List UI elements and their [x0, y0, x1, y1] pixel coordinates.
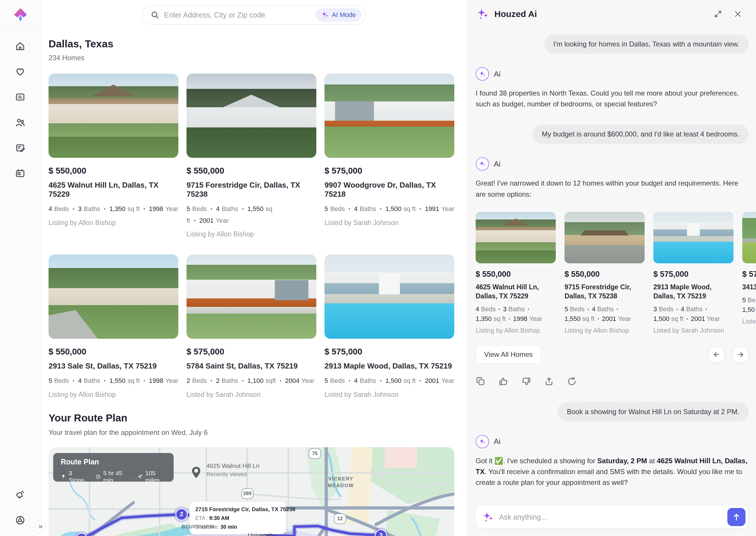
property-stats: 5Beds•4Baths•1,550sq ft•1998Year: [49, 375, 178, 387]
property-card[interactable]: $ 550,000 4625 Walnut Hill Ln, Dallas, T…: [49, 74, 178, 227]
ai-mode-button[interactable]: AI Mode: [315, 8, 361, 22]
sidebar-item-notes[interactable]: [11, 140, 29, 155]
property-address: 2913 Maple Wood, Dallas, TX 75219: [325, 361, 454, 371]
carousel-next-button[interactable]: [732, 346, 749, 363]
sidebar-item-announcements[interactable]: [11, 487, 29, 502]
property-address: 5784 Saint St, Dallas, TX 75219: [187, 361, 316, 371]
user-message: My budget is around $600,000, and I'd li…: [533, 124, 749, 144]
user-message: Book a showing for Walnut Hill Ln on Sat…: [558, 402, 749, 421]
sidebar-collapse-button[interactable]: [34, 521, 46, 532]
ai-name: Ai: [494, 70, 500, 79]
start-marker-label: 4625 Walnut Hill Ln: [206, 462, 259, 469]
property-photo[interactable]: [49, 74, 178, 158]
property-stats: 5Beds•4Baths•1,550sq ft•2001Year: [187, 203, 303, 226]
chat-messages: I'm looking for homes in Dallas, Texas w…: [468, 28, 756, 501]
property-stats: 3Beds•4Baths•1,500sq ft•2001Year: [653, 304, 734, 323]
share-button[interactable]: [544, 377, 555, 387]
heart-icon: [15, 66, 25, 77]
houzed-logo[interactable]: [14, 7, 27, 22]
calendar-icon: [15, 168, 25, 179]
refresh-button[interactable]: [567, 377, 578, 387]
property-stats: 4Beds•3Baths•1,350sq ft•1998Year: [49, 203, 178, 215]
property-photo[interactable]: [325, 254, 454, 339]
listing-agent: Listing by Allon Bishop: [49, 219, 178, 227]
start-location-pin[interactable]: [190, 466, 202, 479]
sparkles-icon: [477, 8, 489, 20]
home-icon: [15, 41, 25, 51]
property-card[interactable]: $ 575,000 2913 Maple Wood, Dallas, TX 75…: [325, 254, 454, 399]
property-price: $ 550,000: [565, 270, 645, 279]
property-photo[interactable]: [325, 74, 454, 158]
ai-name: Ai: [494, 437, 500, 446]
chat-title: Houzed Ai: [494, 9, 537, 19]
sparkles-icon: [483, 512, 494, 522]
carousel-property-card[interactable]: $ 550,000 4625 Walnut Hill Ln, Dallas, T…: [476, 212, 556, 334]
property-price: $ 575,000: [325, 347, 454, 356]
carousel-property-card[interactable]: $ 550,000 9715 Forestridge Cir, Dallas, …: [565, 212, 645, 334]
sidebar-item-home[interactable]: [11, 39, 29, 54]
property-card[interactable]: $ 550,000 2913 Sale St, Dallas, TX 75219…: [49, 254, 178, 399]
carousel-property-card[interactable]: $ 57 3413 752 5Be1,50 Liste: [742, 212, 756, 334]
property-address: 4625 Walnut Hill Ln, Dallas, TX 75229: [49, 181, 178, 199]
property-price: $ 550,000: [187, 166, 316, 176]
refresh-icon: [567, 377, 577, 386]
homes-count: 234 Homes: [49, 54, 468, 62]
carousel-prev-button[interactable]: [708, 346, 725, 363]
sidebar-item-calendar[interactable]: [11, 166, 29, 181]
help-wheel-icon: [15, 515, 25, 525]
property-photo[interactable]: [565, 212, 645, 263]
highway-shield-12: 12: [334, 514, 346, 524]
property-price: $ 575,000: [653, 270, 734, 279]
property-photo[interactable]: [653, 212, 734, 263]
navigation-icon: [137, 474, 142, 480]
listing-agent: Listed by Sarah Johnson: [325, 391, 454, 399]
ai-message-header: Ai: [476, 435, 749, 448]
share-icon: [544, 377, 554, 386]
chat-header: Houzed Ai: [468, 0, 756, 28]
view-all-homes-button[interactable]: View All Homes: [476, 346, 541, 364]
property-card[interactable]: $ 575,000 5784 Saint St, Dallas, TX 7521…: [187, 254, 316, 399]
property-price: $ 57: [742, 270, 756, 279]
sidebar-item-clients[interactable]: [11, 115, 29, 130]
property-address: 3413 752: [742, 283, 756, 292]
page-title: Dallas, Texas: [49, 38, 468, 50]
expand-panel-button[interactable]: [711, 8, 724, 20]
ai-avatar: [476, 157, 489, 171]
copy-button[interactable]: [476, 377, 487, 387]
carousel-property-card[interactable]: $ 575,000 2913 Maple Wood, Dallas, TX 75…: [653, 212, 734, 334]
megaphone-icon: [15, 489, 25, 500]
close-panel-button[interactable]: [732, 8, 744, 20]
arrow-left-icon: [713, 351, 720, 358]
thumbs-up-button[interactable]: [498, 377, 509, 387]
route-stops: 3 Stops: [61, 470, 86, 484]
property-photo[interactable]: [49, 254, 178, 339]
ai-name: Ai: [494, 159, 500, 169]
search-input[interactable]: [159, 11, 315, 19]
sidebar-divider: [0, 26, 40, 27]
property-photo[interactable]: [742, 212, 756, 263]
property-card[interactable]: $ 575,000 9907 Woodgrove Dr, Dallas, TX …: [325, 74, 454, 227]
chat-input[interactable]: [494, 513, 727, 521]
close-icon: [734, 10, 742, 18]
property-address: 2913 Maple Wood, Dallas, TX 75219: [653, 283, 734, 301]
property-price: $ 550,000: [476, 270, 556, 279]
sidebar-item-listings[interactable]: [11, 89, 29, 105]
sparkles-icon: [479, 70, 486, 78]
send-button[interactable]: [727, 508, 745, 526]
property-price: $ 575,000: [187, 347, 316, 356]
highway-shield-75: 75: [309, 448, 321, 459]
property-card[interactable]: $ 550,000 9715 Forestridge Cir, Dallas, …: [187, 74, 316, 238]
route-map[interactable]: Route Plan 3 Stops 5 hr 45 min 105 miles: [49, 447, 454, 536]
property-photo[interactable]: [187, 254, 316, 339]
houzed-ai-panel: Houzed Ai I'm looking for homes in Dalla…: [468, 0, 756, 536]
thumbs-down-button[interactable]: [521, 377, 533, 387]
sidebar-item-help[interactable]: [11, 513, 29, 528]
property-photo[interactable]: [476, 212, 556, 263]
ai-mode-label: AI Mode: [332, 11, 356, 19]
map-stop-marker-2[interactable]: 2: [175, 508, 188, 520]
property-address: 4625 Walnut Hill Ln, Dallas, TX 75229: [476, 283, 556, 301]
property-photo[interactable]: [187, 74, 316, 158]
sparkles-icon: [479, 438, 486, 445]
sidebar-item-favorites[interactable]: [11, 64, 29, 79]
ai-avatar: [476, 435, 489, 448]
